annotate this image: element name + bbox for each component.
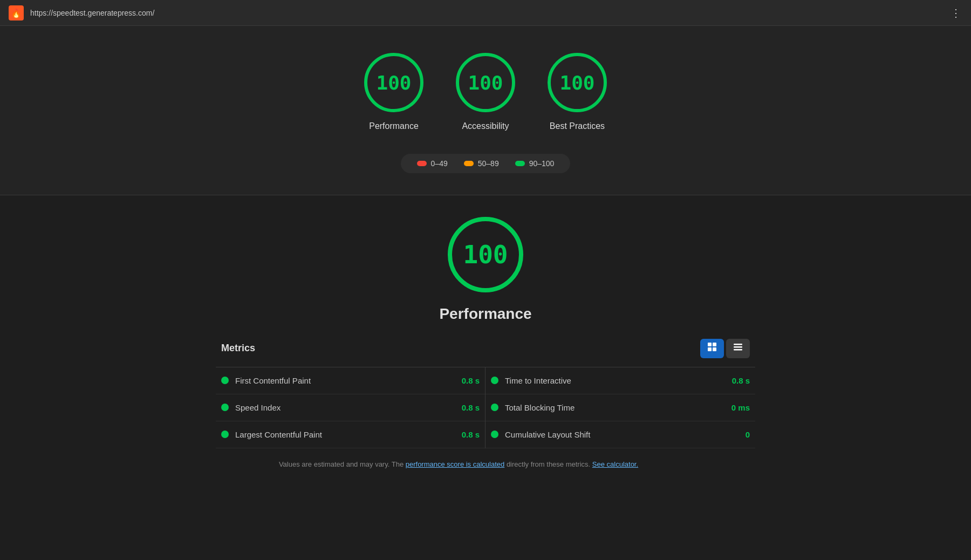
legend-range-low: 0–49 — [431, 159, 448, 168]
score-item-best-practices: 100 Best Practices — [548, 53, 607, 132]
metric-name-tti: Time to Interactive — [505, 376, 726, 385]
metrics-grid: First Contentful Paint 0.8 s Speed Index… — [216, 367, 755, 448]
score-number-accessibility: 100 — [468, 72, 503, 94]
score-number-best-practices: 100 — [559, 72, 594, 94]
svg-rect-7 — [734, 346, 742, 348]
metric-row-fcp: First Contentful Paint 0.8 s — [216, 367, 485, 394]
list-view-icon — [733, 342, 743, 355]
metric-dot-tti — [491, 377, 498, 384]
metric-row-si: Speed Index 0.8 s — [216, 394, 485, 421]
metrics-right-column: Time to Interactive 0.8 s Total Blocking… — [485, 367, 755, 448]
footnote-text-before: Values are estimated and may vary. The — [279, 460, 406, 468]
legend-item-high: 90–100 — [515, 159, 555, 168]
scores-row: 100 Performance 100 Accessibility 100 Be… — [364, 53, 607, 132]
grid-view-icon — [707, 342, 717, 355]
performance-section: 100 Performance Metrics — [0, 195, 971, 487]
url-bar[interactable]: https://speedtest.generatepress.com/ — [30, 9, 962, 17]
metric-value-tti: 0.8 s — [732, 376, 750, 385]
metric-name-si: Speed Index — [235, 403, 455, 412]
metric-row-tti: Time to Interactive 0.8 s — [485, 367, 755, 394]
score-label-performance: Performance — [369, 121, 419, 132]
score-circle-best-practices: 100 — [548, 53, 607, 112]
metric-name-tbt: Total Blocking Time — [505, 403, 725, 412]
svg-text:🔥: 🔥 — [11, 8, 22, 18]
metric-dot-lcp — [221, 431, 229, 438]
footnote: Values are estimated and may vary. The p… — [216, 459, 701, 470]
metric-row-cls: Cumulative Layout Shift 0 — [485, 421, 755, 448]
performance-score-link[interactable]: performance score is calculated — [406, 460, 505, 468]
browser-menu-button[interactable]: ⋮ — [951, 6, 962, 19]
perf-score-number: 100 — [463, 240, 508, 269]
metric-name-lcp: Largest Contentful Paint — [235, 430, 455, 439]
legend-dot-red — [417, 161, 427, 166]
perf-score-circle: 100 — [448, 217, 523, 292]
metric-value-lcp: 0.8 s — [462, 430, 480, 439]
view-toggle — [700, 339, 750, 358]
metrics-title: Metrics — [221, 343, 255, 354]
metric-value-tbt: 0 ms — [731, 403, 750, 412]
score-item-accessibility: 100 Accessibility — [456, 53, 515, 132]
list-view-button[interactable] — [726, 339, 750, 358]
svg-rect-6 — [734, 344, 742, 345]
browser-bar: 🔥 https://speedtest.generatepress.com/ ⋮ — [0, 0, 971, 26]
metric-value-si: 0.8 s — [462, 403, 480, 412]
legend-dot-green — [515, 161, 525, 166]
metric-row-tbt: Total Blocking Time 0 ms — [485, 394, 755, 421]
metric-name-cls: Cumulative Layout Shift — [505, 430, 739, 439]
metric-value-cls: 0 — [746, 430, 750, 439]
legend-dot-orange — [464, 161, 474, 166]
metrics-container: Metrics — [216, 339, 755, 470]
legend-range-medium: 50–89 — [478, 159, 499, 168]
svg-rect-2 — [708, 343, 712, 346]
metric-row-lcp: Largest Contentful Paint 0.8 s — [216, 421, 485, 448]
see-calculator-link[interactable]: See calculator. — [592, 460, 638, 468]
metric-dot-si — [221, 404, 229, 411]
grid-view-button[interactable] — [700, 339, 724, 358]
perf-section-title: Performance — [439, 305, 531, 323]
metric-dot-tbt — [491, 404, 498, 411]
metric-dot-cls — [491, 431, 498, 438]
svg-rect-4 — [708, 347, 712, 351]
legend-item-low: 0–49 — [417, 159, 448, 168]
metric-dot-fcp — [221, 377, 229, 384]
svg-rect-5 — [713, 347, 716, 351]
score-circle-performance: 100 — [364, 53, 423, 112]
score-label-accessibility: Accessibility — [462, 121, 509, 132]
score-circle-accessibility: 100 — [456, 53, 515, 112]
scores-section: 100 Performance 100 Accessibility 100 Be… — [0, 26, 971, 195]
score-number-performance: 100 — [376, 72, 411, 94]
browser-favicon: 🔥 — [9, 5, 24, 21]
legend-item-medium: 50–89 — [464, 159, 499, 168]
svg-rect-8 — [734, 349, 742, 351]
score-item-performance: 100 Performance — [364, 53, 423, 132]
score-label-best-practices: Best Practices — [550, 121, 605, 132]
metric-value-fcp: 0.8 s — [462, 376, 480, 385]
svg-rect-3 — [713, 343, 716, 346]
metrics-header: Metrics — [216, 339, 755, 358]
legend: 0–49 50–89 90–100 — [401, 154, 571, 173]
footnote-text-between: directly from these metrics. — [504, 460, 592, 468]
metric-name-fcp: First Contentful Paint — [235, 376, 455, 385]
metrics-left-column: First Contentful Paint 0.8 s Speed Index… — [216, 367, 485, 448]
legend-range-high: 90–100 — [529, 159, 555, 168]
